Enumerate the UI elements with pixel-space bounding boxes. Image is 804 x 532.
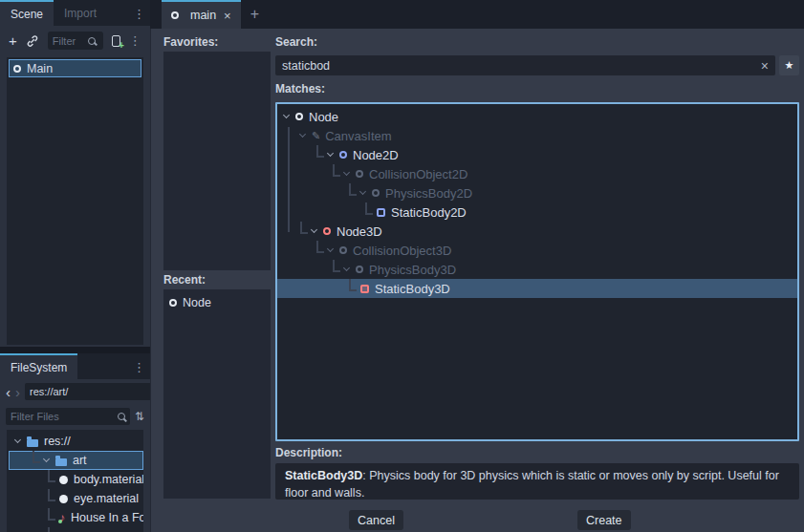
fs-item-mob-glb[interactable]: mob.glb (9, 527, 143, 532)
scene-tree-item-main[interactable]: Main (9, 59, 141, 77)
chevron-down-icon[interactable] (343, 265, 350, 271)
node2d-icon (339, 151, 347, 159)
tree-item-collisionobject3d[interactable]: CollisionObject3D (277, 241, 797, 260)
tree-trunk-line (288, 127, 290, 232)
chevron-down-icon[interactable] (343, 169, 350, 176)
scene-filter-input[interactable] (53, 35, 85, 47)
description-class-name: StaticBody3D (285, 469, 362, 482)
chevron-down-icon[interactable] (311, 226, 317, 233)
add-node-button[interactable]: + (9, 33, 17, 48)
scene-dock: Scene Import ⋮ + + ⋮ Main (0, 0, 150, 347)
favorite-toggle-button[interactable]: ★ (779, 55, 799, 75)
node-icon (295, 113, 303, 120)
search-icon (88, 37, 96, 45)
tree-connector (300, 222, 308, 234)
tree-connector (48, 489, 55, 501)
tree-connector (316, 241, 324, 253)
nav-back-icon[interactable]: ‹ (6, 385, 11, 399)
cancel-button[interactable]: Cancel (349, 510, 403, 530)
description-box: StaticBody3D: Physics body for 3D physic… (275, 463, 799, 500)
staticbody3d-icon (360, 285, 369, 293)
chevron-down-icon[interactable] (283, 112, 290, 118)
description-label: Description: (275, 446, 342, 459)
node-icon (169, 299, 177, 307)
favorites-list[interactable] (163, 52, 271, 270)
favorites-label: Favorites: (163, 35, 218, 49)
chevron-down-icon[interactable] (299, 131, 306, 138)
chevron-down-icon[interactable] (359, 188, 366, 195)
filesystem-tree: res:// art body.material eye.material ♪ … (7, 430, 143, 532)
filter-files-input[interactable] (11, 411, 118, 422)
tree-connector (349, 279, 357, 291)
staticbody2d-icon (377, 208, 385, 217)
filesystem-dock: FileSystem ⋮ ‹ › ⇅ res:// art body.mater (0, 353, 150, 532)
matches-label: Matches: (275, 82, 325, 96)
chevron-down-icon[interactable] (327, 245, 334, 252)
fs-item-house-audio[interactable]: ♪ House In a Forest Lo (9, 508, 143, 527)
tree-item-canvasitem[interactable]: ✎ CanvasItem (277, 126, 797, 145)
fs-item-art[interactable]: art (9, 451, 143, 470)
matches-tree: Node ✎ CanvasItem Node2D CollisionObject… (275, 102, 799, 441)
folder-icon (27, 439, 38, 447)
path-field[interactable] (25, 383, 170, 400)
search-field[interactable]: × (275, 55, 775, 75)
sort-files-icon[interactable]: ⇅ (135, 411, 144, 422)
instance-scene-icon[interactable] (26, 34, 39, 48)
tree-item-physicsbody2d[interactable]: PhysicsBody2D (277, 183, 797, 202)
attach-script-icon[interactable]: + (112, 35, 120, 47)
tree-connector (48, 527, 55, 532)
material-icon (59, 476, 68, 484)
scene-toolbar-menu-icon[interactable]: ⋮ (129, 34, 141, 47)
tab-import[interactable]: Import (54, 0, 107, 26)
search-input[interactable] (275, 55, 775, 75)
scene-dock-tabbar: Scene Import ⋮ (0, 0, 150, 26)
fs-item-body-material[interactable]: body.material (9, 470, 143, 489)
close-icon[interactable]: × (224, 9, 231, 23)
tab-filesystem[interactable]: FileSystem (0, 353, 77, 379)
scene-toolbar: + + ⋮ (0, 26, 150, 55)
tree-connector (316, 145, 324, 158)
add-scene-tab-button[interactable]: + (241, 0, 269, 29)
clear-icon[interactable]: × (761, 59, 769, 73)
chevron-down-icon[interactable] (14, 436, 21, 443)
tree-item-node2d[interactable]: Node2D (277, 145, 797, 164)
tree-connector (333, 164, 340, 177)
create-button[interactable]: Create (577, 510, 631, 530)
tree-item-staticbody3d[interactable]: StaticBody3D (277, 279, 797, 298)
chevron-down-icon[interactable] (43, 456, 50, 462)
node-icon (171, 11, 179, 19)
canvasitem-icon: ✎ (312, 131, 320, 141)
fs-item-res[interactable]: res:// (9, 432, 143, 451)
search-row: × ★ (275, 55, 799, 75)
tree-item-node[interactable]: Node (277, 107, 797, 126)
filesystem-tabbar: FileSystem ⋮ (0, 353, 150, 379)
tree-item-staticbody2d[interactable]: StaticBody2D (277, 202, 797, 222)
recent-label: Recent: (163, 273, 206, 287)
scene-dock-menu-icon[interactable]: ⋮ (133, 7, 145, 19)
tree-connector (48, 470, 55, 482)
search-icon (118, 413, 125, 420)
tree-item-physicsbody3d[interactable]: PhysicsBody3D (277, 260, 797, 279)
tab-scene[interactable]: Scene (0, 0, 54, 26)
folder-icon (55, 458, 67, 466)
collisionobject3d-icon (339, 246, 347, 254)
scene-filter-box[interactable] (48, 32, 103, 50)
scene-tree: Main (7, 57, 143, 345)
filesystem-nav: ‹ › (0, 379, 150, 404)
recent-item-node[interactable]: Node (169, 293, 271, 312)
fs-item-eye-material[interactable]: eye.material (9, 489, 143, 508)
recent-list: Node (163, 289, 271, 499)
chevron-down-icon[interactable] (327, 150, 334, 157)
physicsbody3d-icon (356, 266, 363, 273)
filter-files-box[interactable] (6, 408, 130, 425)
filesystem-menu-icon[interactable]: ⋮ (133, 360, 145, 372)
filesystem-filter-row: ⇅ (0, 404, 150, 429)
physicsbody2d-icon (372, 189, 380, 197)
tree-item-node3d[interactable]: Node3D (277, 222, 797, 241)
tree-item-collisionobject2d[interactable]: CollisionObject2D (277, 164, 797, 183)
collisionobject2d-icon (356, 170, 363, 178)
scene-tab-main[interactable]: main × (162, 0, 241, 29)
tree-connector (48, 508, 55, 521)
nav-forward-icon[interactable]: › (15, 385, 20, 399)
tree-connector (349, 183, 357, 196)
